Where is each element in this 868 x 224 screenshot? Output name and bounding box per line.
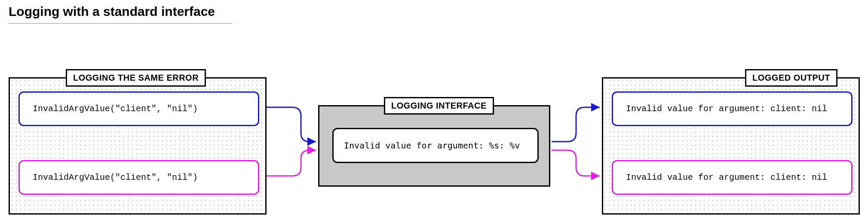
wire-out-blue xyxy=(552,107,600,142)
wire-in-magenta xyxy=(267,150,316,176)
left-panel-label: LOGGING THE SAME ERROR xyxy=(66,69,206,87)
left-panel: LOGGING THE SAME ERROR InvalidArgValue("… xyxy=(9,77,267,215)
right-panel: LOGGED OUTPUT Invalid value for argument… xyxy=(602,77,860,215)
wire-out-magenta xyxy=(552,150,600,176)
output-box-1: Invalid value for argument: client: nil xyxy=(612,91,853,126)
input-call-box-1: InvalidArgValue("client", "nil") xyxy=(18,91,259,126)
input-call-box-2: InvalidArgValue("client", "nil") xyxy=(18,160,259,195)
center-panel: LOGGING INTERFACE Invalid value for argu… xyxy=(318,105,550,187)
right-panel-label: LOGGED OUTPUT xyxy=(745,69,837,87)
center-panel-label: LOGGING INTERFACE xyxy=(384,97,494,115)
format-string-box: Invalid value for argument: %s: %v xyxy=(332,128,539,163)
output-box-2: Invalid value for argument: client: nil xyxy=(612,160,853,195)
diagram-title: Logging with a standard interface xyxy=(9,4,232,24)
wire-in-blue xyxy=(267,107,316,142)
